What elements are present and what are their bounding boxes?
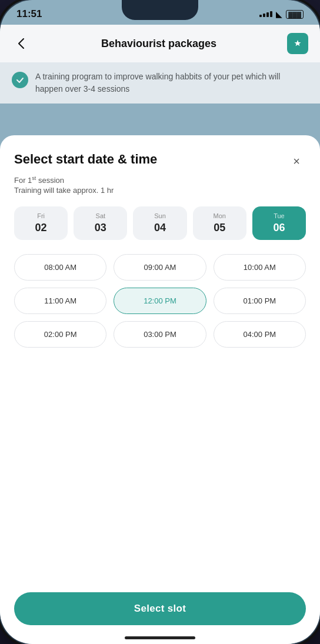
- date-chip-mon[interactable]: Mon 05: [193, 206, 246, 240]
- time-slots-grid: 08:00 AM 09:00 AM 10:00 AM 11:00 AM 12:0…: [14, 254, 306, 348]
- close-button[interactable]: ×: [287, 152, 306, 171]
- status-icons: ◣ ▓▓▓: [259, 9, 304, 19]
- date-num-value: 05: [196, 222, 243, 234]
- time-slot-1200pm[interactable]: 12:00 PM: [114, 288, 206, 314]
- status-time: 11:51: [16, 8, 42, 20]
- date-chip-fri[interactable]: Fri 02: [14, 206, 68, 240]
- date-day-label: Mon: [196, 212, 243, 219]
- date-day-label: Sat: [77, 212, 124, 219]
- date-day-label: Sun: [136, 212, 183, 219]
- back-button[interactable]: [12, 34, 31, 53]
- home-indicator: [125, 636, 195, 639]
- signal-icon: [259, 11, 272, 17]
- date-num-value: 02: [18, 222, 64, 234]
- date-chip-sat[interactable]: Sat 03: [74, 206, 127, 240]
- date-day-label: Tue: [256, 212, 302, 219]
- date-picker-row: Fri 02 Sat 03 Sun 04 Mon 05 Tue 06: [14, 206, 306, 240]
- time-slot-0400pm[interactable]: 04:00 PM: [214, 321, 306, 348]
- time-slot-0300pm[interactable]: 03:00 PM: [114, 321, 206, 348]
- select-slot-button[interactable]: Select slot: [14, 592, 306, 625]
- date-num-value: 04: [136, 222, 183, 234]
- phone-frame: 11:51 ◣ ▓▓▓ Behaviourist packages: [0, 0, 320, 644]
- package-description: A training program to improve walking ha…: [35, 71, 308, 95]
- app-header: Behaviourist packages: [0, 25, 320, 62]
- time-slot-0900am[interactable]: 09:00 AM: [114, 254, 206, 281]
- modal-session-label: For 1st session: [14, 175, 306, 185]
- time-slot-1100am[interactable]: 11:00 AM: [14, 288, 106, 314]
- date-num-value: 06: [256, 222, 302, 234]
- check-icon: [12, 72, 28, 88]
- phone-screen: 11:51 ◣ ▓▓▓ Behaviourist packages: [0, 0, 320, 644]
- time-slot-0100pm[interactable]: 01:00 PM: [214, 288, 306, 314]
- page-title: Behaviourist packages: [101, 38, 216, 50]
- notch: [122, 0, 198, 20]
- time-slot-1000am[interactable]: 10:00 AM: [214, 254, 306, 281]
- wifi-icon: ◣: [276, 9, 282, 19]
- date-chip-sun[interactable]: Sun 04: [133, 206, 186, 240]
- battery-icon: ▓▓▓: [286, 10, 304, 19]
- date-time-modal: Select start date & time × For 1st sessi…: [0, 135, 320, 644]
- date-num-value: 03: [77, 222, 124, 234]
- bookmark-button[interactable]: [287, 33, 308, 54]
- modal-duration: Training will take approx. 1 hr: [14, 186, 306, 195]
- bg-content-card: A training program to improve walking ha…: [0, 62, 320, 104]
- time-slot-0200pm[interactable]: 02:00 PM: [14, 321, 106, 348]
- modal-header: Select start date & time ×: [14, 152, 306, 171]
- modal-title: Select start date & time: [14, 152, 157, 167]
- date-chip-tue[interactable]: Tue 06: [252, 206, 306, 240]
- date-day-label: Fri: [18, 212, 64, 219]
- time-slot-0800am[interactable]: 08:00 AM: [14, 254, 106, 281]
